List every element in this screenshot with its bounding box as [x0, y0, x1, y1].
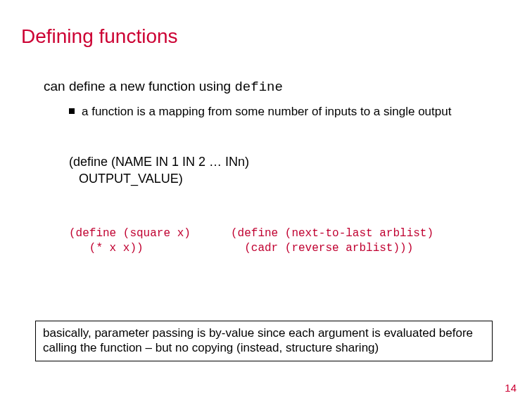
- slide-title: Defining functions: [21, 25, 178, 48]
- code-examples: (define (square x) (* x x)) (define (nex…: [69, 226, 497, 256]
- template-line-2: OUTPUT_VALUE): [69, 170, 249, 187]
- intro-line: can define a new function using define: [44, 79, 283, 95]
- note-box: basically, parameter passing is by-value…: [35, 321, 493, 362]
- bullet-item: a function is a mapping from some number…: [69, 104, 490, 119]
- define-template: (define (NAME IN 1 IN 2 … INn) OUTPUT_VA…: [69, 153, 249, 188]
- code-example-square: (define (square x) (* x x)): [69, 226, 231, 256]
- intro-code: define: [234, 79, 282, 95]
- template-line-1: (define (NAME IN 1 IN 2 … INn): [69, 153, 249, 170]
- bullet-text: a function is a mapping from some number…: [82, 104, 451, 119]
- square-bullet-icon: [69, 108, 75, 114]
- note-text: basically, parameter passing is by-value…: [43, 326, 473, 354]
- intro-text: can define a new function using: [44, 79, 234, 94]
- page-number: 14: [505, 382, 517, 394]
- code-example-next-to-last: (define (next-to-last arblist) (cadr (re…: [231, 226, 497, 256]
